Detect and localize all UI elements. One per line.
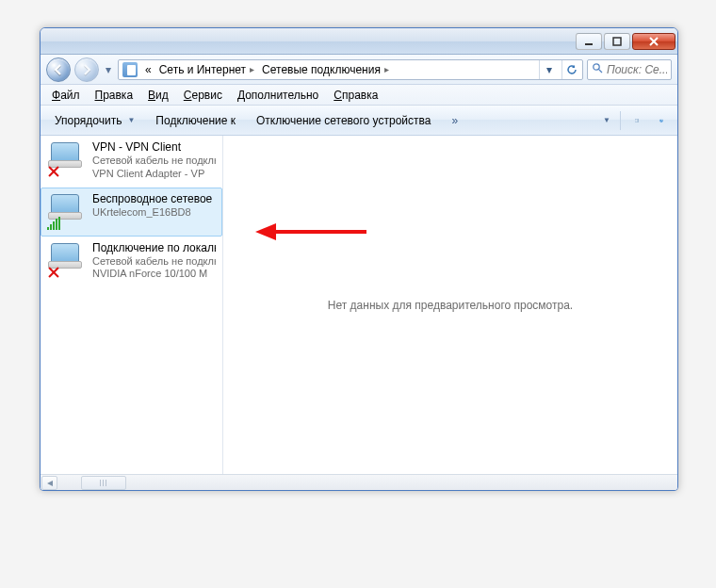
breadcrumb-label: Сеть и Интернет (159, 63, 246, 76)
breadcrumb-item-network[interactable]: Сеть и Интернет ▸ (155, 60, 258, 79)
disable-device-button[interactable]: Отключение сетевого устройства (248, 109, 439, 132)
preview-pane: Нет данных для предварительного просмотр… (223, 136, 677, 474)
close-button[interactable] (632, 33, 675, 50)
breadcrumb-item-connections[interactable]: Сетевые подключения ▸ (258, 60, 393, 79)
signal-icon (47, 217, 62, 230)
preview-pane-button[interactable] (626, 109, 647, 132)
chevron-right-icon: ▸ (384, 64, 389, 74)
organize-button[interactable]: Упорядочить▼ (46, 109, 143, 132)
help-icon: ? (659, 114, 663, 127)
nav-row: ▾ « Сеть и Интернет ▸ Сетевые подключени… (41, 55, 677, 85)
breadcrumb-prefix: « (145, 63, 152, 76)
help-button[interactable]: ? (651, 109, 672, 132)
network-adapter-icon (47, 192, 85, 230)
scroll-left-button[interactable]: ◂ (41, 476, 57, 490)
connection-item[interactable]: Беспроводное сетевое соединение UKrtelec… (41, 188, 222, 237)
search-icon (592, 62, 603, 76)
titlebar (41, 28, 677, 55)
chevron-down-icon: ▼ (603, 116, 610, 124)
menu-file[interactable]: Файл (44, 85, 88, 105)
connect-to-button[interactable]: Подключение к (147, 109, 244, 132)
connection-device: VPN Client Adapter - VP (92, 168, 216, 181)
toolbar-label: Упорядочить (55, 114, 122, 127)
command-bar: Упорядочить▼ Подключение к Отключение се… (41, 106, 677, 136)
search-input[interactable] (607, 63, 667, 76)
minimize-button[interactable] (576, 33, 602, 50)
nav-back-button[interactable] (46, 57, 71, 82)
refresh-button[interactable] (561, 60, 580, 79)
breadcrumb-label: Сетевые подключения (262, 63, 381, 76)
content-area: VPN - VPN Client Сетевой кабель не подкл… (41, 136, 677, 474)
connection-title: Подключение по локальной сети (92, 241, 216, 255)
breadcrumb-overflow[interactable]: « (141, 60, 155, 79)
search-box[interactable] (587, 59, 672, 80)
toolbar-label: Отключение сетевого устройства (256, 114, 431, 127)
svg-rect-1 (613, 38, 621, 45)
nav-history-dropdown[interactable]: ▾ (103, 60, 114, 79)
view-options-button[interactable]: ▼ (594, 109, 614, 132)
connection-title: VPN - VPN Client (92, 140, 216, 155)
menu-advanced[interactable]: Дополнительно (230, 85, 326, 105)
nav-forward-button[interactable] (74, 57, 99, 82)
horizontal-scrollbar[interactable]: ◂ (41, 474, 677, 490)
explorer-window: ▾ « Сеть и Интернет ▸ Сетевые подключени… (40, 27, 678, 491)
svg-point-2 (594, 64, 599, 70)
preview-empty-text: Нет данных для предварительного просмотр… (328, 299, 573, 312)
toolbar-overflow[interactable]: » (443, 109, 466, 132)
menu-view[interactable]: Вид (140, 85, 176, 105)
svg-rect-0 (585, 43, 593, 45)
connection-device: NVIDIA nForce 10/100 M (92, 268, 216, 281)
menu-bar: Файл Правка Вид Сервис Дополнительно Спр… (41, 85, 677, 106)
breadcrumb: « Сеть и Интернет ▸ Сетевые подключения … (141, 60, 535, 79)
error-icon (47, 165, 60, 178)
overflow-icon: » (451, 114, 458, 127)
connection-title: Беспроводное сетевое соединение (92, 192, 216, 206)
connection-status: Сетевой кабель не подключен (92, 155, 216, 168)
menu-edit[interactable]: Правка (88, 85, 141, 105)
network-adapter-icon (47, 241, 85, 279)
connections-list: VPN - VPN Client Сетевой кабель не подкл… (41, 136, 223, 474)
menu-help[interactable]: Справка (326, 85, 385, 105)
address-dropdown[interactable]: ▾ (539, 60, 558, 79)
connection-device: UKrtelecom_E16BD8 (92, 206, 216, 220)
error-icon (47, 266, 60, 279)
svg-rect-9 (638, 119, 639, 122)
connection-status: Сетевой кабель не подключен (92, 255, 216, 269)
chevron-down-icon: ▼ (127, 116, 135, 124)
chevron-right-icon: ▸ (250, 64, 254, 74)
menu-tools[interactable]: Сервис (176, 85, 230, 105)
network-adapter-icon (47, 140, 85, 178)
location-icon (122, 62, 138, 77)
svg-line-3 (599, 70, 602, 73)
maximize-button[interactable] (604, 33, 630, 50)
toolbar-label: Подключение к (155, 114, 236, 127)
svg-text:?: ? (660, 119, 662, 122)
scroll-thumb[interactable] (81, 476, 126, 490)
separator (620, 111, 621, 130)
address-bar[interactable]: « Сеть и Интернет ▸ Сетевые подключения … (118, 59, 583, 80)
preview-pane-icon (635, 115, 639, 126)
connection-item[interactable]: Подключение по локальной сети Сетевой ка… (41, 237, 222, 288)
connection-item[interactable]: VPN - VPN Client Сетевой кабель не подкл… (41, 136, 222, 188)
